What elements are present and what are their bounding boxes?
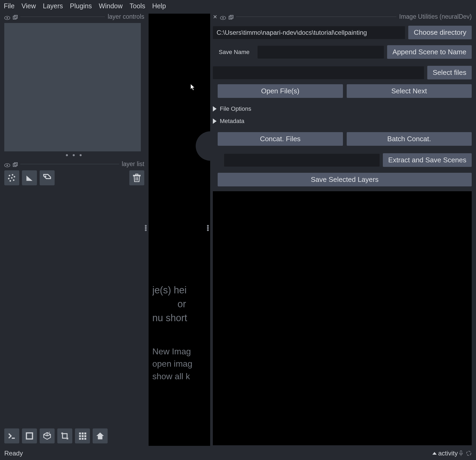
svg-point-9: [12, 174, 13, 176]
choose-directory-button[interactable]: Choose directory: [408, 26, 472, 39]
eye-icon[interactable]: [220, 15, 226, 19]
delete-layer-button[interactable]: [129, 170, 144, 185]
drop-hint-line: je(s) hei: [152, 283, 211, 297]
svg-rect-30: [84, 435, 86, 437]
layer-controls-header: layer controls: [4, 13, 144, 20]
cursor-icon: [190, 83, 195, 91]
image-utilities-panel: ✕ Image Utilities (neuralDev) Choose dir…: [210, 12, 476, 445]
ndisplay-button[interactable]: [22, 428, 37, 443]
new-shapes-button[interactable]: [22, 170, 37, 185]
eye-icon[interactable]: [4, 15, 10, 19]
popout-icon[interactable]: [13, 14, 18, 19]
svg-point-13: [13, 179, 14, 181]
eye-icon[interactable]: [4, 162, 10, 166]
menu-help[interactable]: Help: [152, 2, 166, 10]
svg-rect-32: [82, 438, 84, 440]
metadata-label: Metadata: [220, 118, 244, 125]
status-text: Ready: [4, 450, 23, 457]
menu-plugins[interactable]: Plugins: [70, 2, 92, 10]
menu-view[interactable]: View: [21, 2, 36, 10]
layer-list-title: layer list: [122, 160, 144, 168]
svg-point-19: [222, 17, 224, 19]
svg-point-5: [6, 164, 8, 166]
scenes-input[interactable]: [224, 154, 380, 167]
layer-tools: [4, 170, 144, 185]
drop-hint: je(s) hei or nu short: [152, 283, 211, 325]
activity-spinner-icon: [466, 450, 472, 456]
svg-point-11: [11, 177, 13, 179]
extract-save-scenes-button[interactable]: Extract and Save Scenes: [383, 153, 472, 167]
resize-handle-h[interactable]: • • •: [4, 151, 144, 159]
chevron-right-icon: [213, 106, 217, 112]
shortcut-hint: New Imag open imag show all k: [152, 345, 211, 382]
directory-input[interactable]: [213, 26, 405, 39]
layer-list-header: layer list: [4, 160, 144, 168]
svg-rect-34: [460, 451, 462, 454]
popout-icon[interactable]: [13, 162, 18, 167]
svg-point-1: [6, 17, 8, 19]
open-files-button[interactable]: Open File(s): [218, 84, 343, 98]
menu-file[interactable]: File: [4, 2, 14, 10]
menubar: File View Layers Plugins Window Tools He…: [0, 0, 476, 12]
select-next-button[interactable]: Select Next: [347, 84, 472, 98]
batch-concat-button[interactable]: Batch Concat.: [347, 132, 472, 146]
file-options-expander[interactable]: File Options: [213, 105, 472, 112]
svg-rect-24: [63, 434, 67, 438]
canvas[interactable]: je(s) hei or nu short New Imag open imag…: [149, 14, 210, 446]
left-panel: layer controls • • • layer list: [0, 12, 149, 445]
close-icon[interactable]: ✕: [213, 14, 217, 20]
save-name-input[interactable]: [258, 46, 384, 59]
concat-files-button[interactable]: Concat. Files: [218, 132, 343, 146]
svg-point-8: [9, 175, 10, 177]
svg-point-12: [14, 176, 15, 178]
file-options-label: File Options: [220, 105, 251, 112]
utilities-title: Image Utilities (neuralDev): [399, 13, 472, 20]
menu-window[interactable]: Window: [99, 2, 123, 10]
svg-rect-33: [84, 438, 86, 440]
statusbar: Ready activity: [0, 447, 476, 460]
roll-dims-button[interactable]: [40, 428, 55, 443]
layer-controls-box: [4, 23, 141, 151]
svg-point-10: [8, 178, 10, 179]
drop-hint-line: or: [152, 297, 211, 311]
preview-area: [213, 191, 472, 445]
transpose-button[interactable]: [57, 428, 72, 443]
hint-line: open imag: [152, 358, 211, 370]
svg-rect-26: [82, 432, 84, 434]
mic-icon[interactable]: [459, 450, 463, 456]
menu-layers[interactable]: Layers: [43, 2, 63, 10]
svg-rect-28: [79, 435, 81, 437]
select-files-button[interactable]: Select files: [427, 66, 472, 79]
files-input[interactable]: [213, 66, 424, 79]
new-labels-button[interactable]: [40, 170, 55, 185]
resize-handle-v[interactable]: •••: [207, 225, 209, 231]
metadata-expander[interactable]: Metadata: [213, 118, 472, 125]
canvas-bulge: [196, 131, 211, 161]
svg-point-15: [45, 176, 47, 177]
save-name-label: Save Name: [213, 49, 254, 56]
svg-rect-27: [84, 432, 86, 434]
new-points-button[interactable]: [4, 170, 19, 185]
hint-line: show all k: [152, 370, 211, 382]
resize-handle-v[interactable]: •••: [145, 225, 147, 231]
hint-line: New Imag: [152, 345, 211, 358]
svg-point-14: [10, 180, 11, 182]
viewer-tools: [4, 428, 108, 443]
grid-button[interactable]: [75, 428, 90, 443]
utilities-header: ✕ Image Utilities (neuralDev): [213, 13, 472, 20]
append-scene-button[interactable]: Append Scene to Name: [387, 45, 472, 59]
svg-rect-23: [27, 433, 33, 439]
activity-label[interactable]: activity: [438, 450, 458, 457]
menu-tools[interactable]: Tools: [130, 2, 145, 10]
chevron-right-icon: [213, 118, 217, 124]
drop-hint-line: nu short: [152, 311, 211, 325]
console-button[interactable]: [4, 428, 19, 443]
chevron-up-icon[interactable]: [432, 452, 437, 455]
svg-rect-25: [79, 432, 81, 434]
svg-rect-31: [79, 438, 81, 440]
layer-controls-title: layer controls: [108, 13, 144, 20]
home-button[interactable]: [93, 428, 108, 443]
popout-icon[interactable]: [229, 14, 233, 19]
svg-rect-29: [82, 435, 84, 437]
save-selected-layers-button[interactable]: Save Selected Layers: [218, 173, 472, 186]
